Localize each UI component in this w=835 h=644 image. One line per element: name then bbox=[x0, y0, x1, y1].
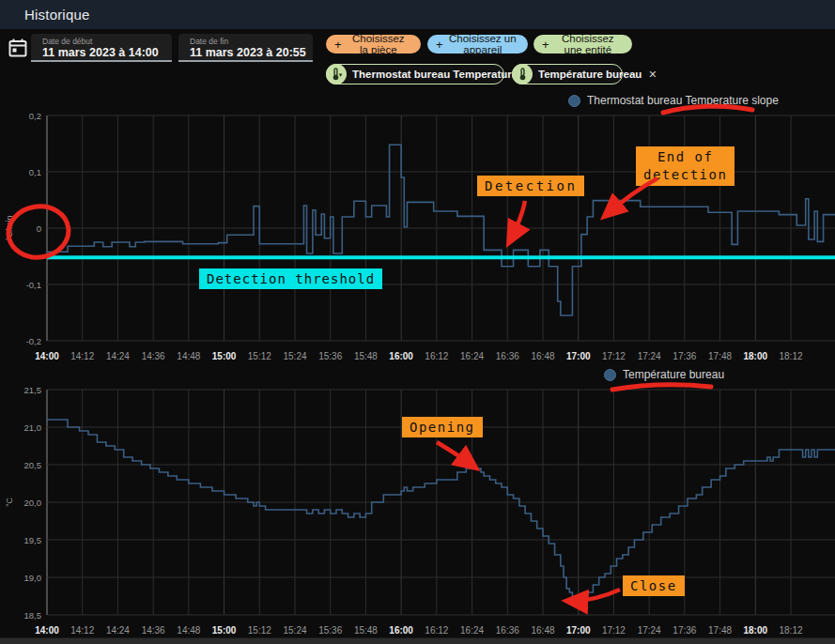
choose-entity-label: Choisissez une entité bbox=[555, 33, 621, 55]
svg-text:21,5: 21,5 bbox=[24, 385, 42, 395]
svg-text:15:48: 15:48 bbox=[354, 351, 378, 361]
chevron-down-icon: ▾ bbox=[339, 71, 343, 78]
chart2-legend[interactable]: Température bureau bbox=[604, 368, 724, 381]
svg-text:16:12: 16:12 bbox=[425, 351, 448, 361]
close-icon[interactable]: ✕ bbox=[642, 69, 657, 81]
svg-text:16:00: 16:00 bbox=[389, 625, 413, 636]
svg-text:16:48: 16:48 bbox=[531, 351, 554, 361]
svg-text:17:00: 17:00 bbox=[566, 625, 591, 636]
svg-text:14:36: 14:36 bbox=[142, 625, 165, 636]
svg-text:16:36: 16:36 bbox=[496, 351, 519, 361]
svg-text:14:00: 14:00 bbox=[35, 351, 59, 361]
chip-label: Température bureau bbox=[538, 69, 642, 80]
svg-text:18:00: 18:00 bbox=[743, 625, 767, 636]
legend-dot-icon bbox=[604, 369, 616, 381]
thermometer-icon-svg bbox=[518, 68, 528, 81]
svg-text:14:24: 14:24 bbox=[106, 351, 130, 361]
svg-text:-0,1: -0,1 bbox=[26, 280, 41, 290]
svg-text:14:48: 14:48 bbox=[177, 625, 200, 636]
svg-text:15:24: 15:24 bbox=[283, 351, 306, 361]
choose-area-button[interactable]: + Choisissez la pièce bbox=[326, 35, 421, 54]
svg-text:°C: °C bbox=[5, 497, 14, 507]
svg-text:17:24: 17:24 bbox=[638, 625, 661, 636]
end-date-label: Date de fin bbox=[190, 37, 313, 46]
choose-entity-button[interactable]: + Choisissez une entité bbox=[533, 35, 632, 54]
svg-text:17:48: 17:48 bbox=[708, 625, 732, 636]
svg-text:20,0: 20,0 bbox=[24, 498, 42, 508]
svg-text:16:24: 16:24 bbox=[460, 351, 484, 361]
plus-icon: + bbox=[436, 38, 443, 51]
svg-text:18,5: 18,5 bbox=[24, 610, 42, 621]
svg-text:17:24: 17:24 bbox=[638, 351, 661, 361]
svg-text:14:36: 14:36 bbox=[142, 351, 165, 361]
plus-icon: + bbox=[542, 38, 549, 51]
choose-device-label: Choisissez un appareil bbox=[449, 33, 517, 55]
temperature-chart[interactable]: 14:0014:1214:2414:3614:4815:0015:1215:24… bbox=[0, 364, 835, 638]
series-line bbox=[47, 420, 835, 600]
end-detection-line1: End of bbox=[643, 148, 727, 166]
plus-icon: + bbox=[334, 38, 342, 51]
entity-chip-thermostat-slope[interactable]: ▾ Thermostat bureau Temperature slope ✕ bbox=[326, 64, 504, 84]
calendar-icon[interactable] bbox=[7, 37, 29, 59]
end-date-value: 11 mars 2023 à 20:55 bbox=[190, 46, 313, 59]
svg-text:18:00: 18:00 bbox=[743, 351, 767, 361]
close-annotation-label: Close bbox=[623, 575, 685, 596]
end-date-field[interactable]: Date de fin 11 mars 2023 à 20:55 bbox=[178, 34, 313, 62]
start-date-label: Date de début bbox=[42, 37, 172, 46]
svg-text:14:12: 14:12 bbox=[70, 351, 94, 361]
svg-text:16:12: 16:12 bbox=[425, 625, 448, 636]
svg-text:19,5: 19,5 bbox=[24, 535, 42, 545]
svg-text:0,1: 0,1 bbox=[29, 167, 41, 177]
svg-text:16:48: 16:48 bbox=[531, 625, 554, 636]
entity-chip-temperature-bureau[interactable]: Température bureau ✕ bbox=[512, 64, 623, 84]
svg-text:17:48: 17:48 bbox=[708, 351, 732, 361]
threshold-annotation-label: Detection threshold bbox=[199, 268, 382, 289]
history-page: Historique Date de début 11 mars 2023 à … bbox=[0, 0, 835, 644]
svg-text:17:12: 17:12 bbox=[602, 351, 626, 361]
thermometer-icon bbox=[512, 64, 533, 84]
choose-area-label: Choisissez la pièce bbox=[348, 33, 410, 55]
svg-text:°C/min: °C/min bbox=[5, 215, 14, 240]
legend-dot-icon bbox=[568, 95, 580, 107]
svg-text:14:12: 14:12 bbox=[70, 625, 94, 636]
svg-text:15:12: 15:12 bbox=[248, 351, 271, 361]
svg-text:20,5: 20,5 bbox=[24, 460, 42, 470]
chart1-legend[interactable]: Thermostat bureau Temperature slope bbox=[568, 94, 779, 107]
end-detection-line2: detection bbox=[643, 166, 727, 184]
end-detection-annotation-label: End of detection bbox=[636, 146, 734, 186]
svg-text:16:00: 16:00 bbox=[389, 351, 413, 361]
svg-text:16:36: 16:36 bbox=[496, 625, 519, 636]
svg-text:15:12: 15:12 bbox=[248, 625, 271, 636]
svg-text:15:24: 15:24 bbox=[283, 625, 306, 636]
svg-text:18:12: 18:12 bbox=[779, 351, 802, 361]
detection-annotation-label: Detection bbox=[477, 176, 584, 196]
svg-text:17:36: 17:36 bbox=[673, 351, 696, 361]
start-date-field[interactable]: Date de début 11 mars 2023 à 14:00 bbox=[31, 34, 172, 62]
svg-text:21,0: 21,0 bbox=[24, 422, 42, 433]
chart1-legend-label: Thermostat bureau Temperature slope bbox=[587, 94, 779, 107]
start-date-value: 11 mars 2023 à 14:00 bbox=[42, 46, 172, 59]
svg-text:15:48: 15:48 bbox=[354, 625, 378, 636]
svg-text:17:12: 17:12 bbox=[602, 625, 626, 636]
svg-text:15:00: 15:00 bbox=[212, 351, 237, 361]
app-header: Historique bbox=[0, 0, 835, 29]
svg-text:14:48: 14:48 bbox=[177, 351, 200, 361]
svg-text:-0,2: -0,2 bbox=[26, 336, 41, 346]
svg-text:19,0: 19,0 bbox=[24, 573, 42, 583]
calendar-icon-svg bbox=[7, 37, 29, 59]
chart2-legend-label: Température bureau bbox=[623, 368, 724, 381]
svg-text:16:24: 16:24 bbox=[460, 625, 484, 636]
svg-text:0: 0 bbox=[37, 223, 41, 234]
svg-text:17:00: 17:00 bbox=[566, 351, 591, 361]
svg-text:14:00: 14:00 bbox=[35, 625, 59, 636]
choose-device-button[interactable]: + Choisissez un appareil bbox=[427, 35, 528, 54]
svg-text:17:36: 17:36 bbox=[673, 625, 696, 636]
horizontal-scrollbar[interactable] bbox=[0, 637, 835, 644]
svg-text:0,2: 0,2 bbox=[29, 111, 41, 121]
svg-text:18:12: 18:12 bbox=[779, 625, 802, 636]
svg-text:15:36: 15:36 bbox=[318, 625, 342, 636]
thermometer-icon: ▾ bbox=[326, 64, 347, 84]
svg-text:14:24: 14:24 bbox=[106, 625, 130, 636]
svg-text:15:00: 15:00 bbox=[212, 625, 237, 636]
slope-chart[interactable]: 14:0014:1214:2414:3614:4815:0015:1215:24… bbox=[0, 90, 835, 364]
